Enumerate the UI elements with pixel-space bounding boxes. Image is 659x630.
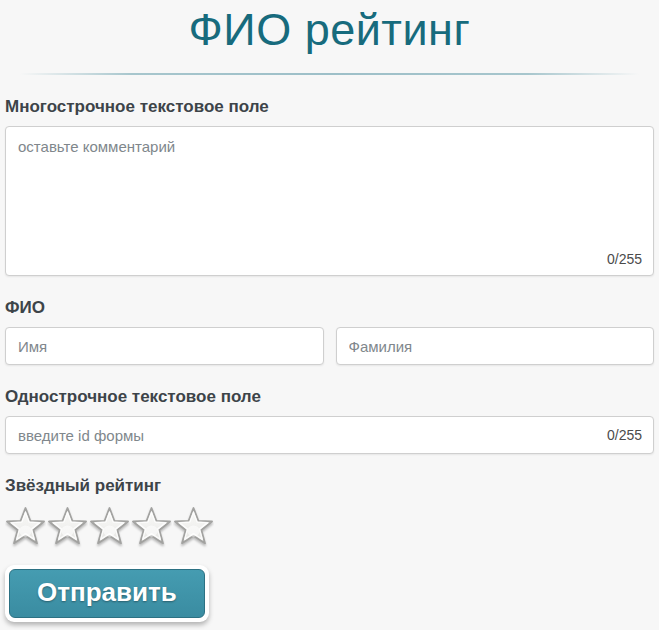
- first-name-wrap: [5, 327, 324, 365]
- single-line-field-label: Однострочное текстовое поле: [5, 387, 654, 407]
- rating-star-icon[interactable]: [5, 505, 46, 549]
- name-field-label: ФИО: [5, 298, 654, 318]
- divider: [20, 73, 639, 75]
- name-row: [5, 327, 654, 365]
- comment-field-wrap: 0/255: [5, 126, 654, 276]
- last-name-input[interactable]: [336, 327, 655, 365]
- rating-star-icon[interactable]: [173, 505, 214, 549]
- form-page: ФИО рейтинг Многострочное текстовое поле…: [0, 0, 659, 630]
- form-id-input[interactable]: [5, 416, 654, 454]
- single-line-wrap: 0/255: [5, 416, 654, 454]
- rating-star-icon[interactable]: [47, 505, 88, 549]
- comment-field-label: Многострочное текстовое поле: [5, 97, 654, 117]
- first-name-input[interactable]: [5, 327, 324, 365]
- rating-star-icon[interactable]: [131, 505, 172, 549]
- star-rating: [5, 505, 654, 549]
- page-title: ФИО рейтинг: [5, 0, 654, 56]
- rating-star-icon[interactable]: [89, 505, 130, 549]
- rating-field-label: Звёздный рейтинг: [5, 476, 654, 496]
- comment-textarea[interactable]: [5, 126, 654, 276]
- submit-button[interactable]: Отправить: [9, 569, 205, 618]
- last-name-wrap: [336, 327, 655, 365]
- submit-button-frame: Отправить: [5, 565, 209, 622]
